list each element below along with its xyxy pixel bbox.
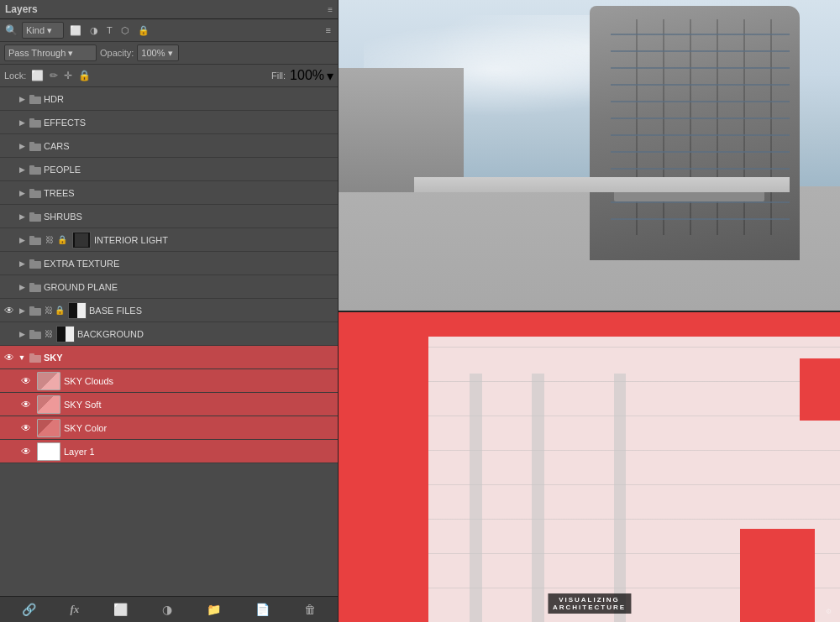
svg-rect-3 bbox=[29, 118, 34, 121]
chain-icon-base: ⛓ bbox=[45, 306, 53, 315]
chain-icon-bg: ⛓ bbox=[45, 329, 53, 338]
chain-icon-interior: ⛓ bbox=[45, 235, 54, 244]
arrow-shrubs[interactable]: ▶ bbox=[17, 212, 27, 222]
building-left bbox=[339, 68, 464, 192]
svg-rect-7 bbox=[29, 165, 34, 168]
svg-rect-8 bbox=[29, 191, 41, 198]
fill-label: Fill: bbox=[271, 71, 286, 81]
layer-interior-light[interactable]: ▶ ⛓ 🔒 INTERIOR LIGHT bbox=[0, 228, 338, 252]
folder-icon-ground-plane bbox=[29, 282, 41, 292]
new-group-button[interactable]: 📁 bbox=[202, 601, 225, 618]
add-mask-button[interactable]: ⬜ bbox=[109, 601, 132, 618]
visibility-hdr[interactable] bbox=[2, 91, 17, 107]
layer-layer1[interactable]: 👁 Layer 1 bbox=[0, 440, 338, 463]
right-panel: VISUALIZING ARCHITECTURE ⚙ bbox=[339, 0, 840, 622]
layer-name-sky-soft: SKY Soft bbox=[64, 400, 336, 410]
panel-header: Layers ≡ bbox=[0, 0, 338, 19]
visibility-background[interactable] bbox=[2, 327, 17, 342]
layer-effects-button[interactable]: fx bbox=[66, 601, 84, 618]
adjustment-filter-icon[interactable]: ◑ bbox=[87, 24, 101, 37]
layer-sky-soft[interactable]: 👁 SKY Soft bbox=[0, 393, 338, 416]
visibility-trees[interactable] bbox=[2, 186, 17, 201]
lock-pixels-icon[interactable]: ⬜ bbox=[30, 69, 45, 82]
thumb-sky-soft bbox=[37, 395, 60, 414]
visibility-sky-clouds[interactable]: 👁 bbox=[18, 374, 34, 389]
svg-rect-13 bbox=[29, 236, 34, 238]
building-scene bbox=[339, 0, 840, 311]
panel-menu-icon[interactable]: ≡ bbox=[328, 5, 333, 14]
building-windows bbox=[611, 19, 790, 236]
top-image bbox=[339, 0, 840, 311]
layer-people[interactable]: ▶ PEOPLE bbox=[0, 158, 338, 181]
svg-rect-6 bbox=[29, 167, 41, 175]
arrow-interior-light[interactable]: ▶ bbox=[17, 235, 27, 245]
visibility-extra-texture[interactable] bbox=[2, 256, 17, 271]
arrow-cars[interactable]: ▶ bbox=[17, 141, 27, 151]
svg-rect-16 bbox=[29, 285, 41, 292]
opacity-input[interactable]: 100% ▾ bbox=[137, 44, 179, 61]
column-1 bbox=[470, 374, 482, 622]
visibility-shrubs[interactable] bbox=[2, 209, 17, 224]
arrow-effects[interactable]: ▶ bbox=[17, 118, 27, 128]
folder-icon-background bbox=[29, 329, 41, 339]
kind-toolbar: 🔍 Kind ▾ ⬜ ◑ T ⬡ 🔒 ≡ bbox=[0, 19, 338, 42]
arrow-background[interactable]: ▶ bbox=[17, 329, 27, 339]
filter-kind-icon: 🔍 bbox=[4, 24, 18, 37]
adjustment-layer-button[interactable]: ◑ bbox=[158, 601, 176, 618]
layer-options-icon[interactable]: ≡ bbox=[323, 24, 333, 36]
column-2 bbox=[532, 374, 544, 622]
arrow-extra-texture[interactable]: ▶ bbox=[17, 259, 27, 269]
visibility-layer1[interactable]: 👁 bbox=[18, 444, 34, 459]
visibility-sky-color[interactable]: 👁 bbox=[18, 421, 34, 436]
layer-hdr[interactable]: ▶ HDR bbox=[0, 87, 338, 111]
layers-list: ▶ HDR ▶ EFFECTS ▶ CARS ▶ PEOPLE bbox=[0, 87, 338, 596]
layer-effects[interactable]: ▶ EFFECTS bbox=[0, 111, 338, 134]
visibility-people[interactable] bbox=[2, 162, 17, 177]
blend-mode-select[interactable]: Pass Through ▾ bbox=[4, 44, 97, 61]
link-layers-button[interactable]: 🔗 bbox=[18, 601, 40, 618]
delete-layer-button[interactable]: 🗑 bbox=[300, 601, 320, 618]
layer-sky[interactable]: 👁 ▼ SKY bbox=[0, 346, 338, 369]
svg-rect-18 bbox=[29, 308, 41, 316]
visibility-cars[interactable] bbox=[2, 139, 17, 154]
new-layer-button[interactable]: 📄 bbox=[251, 601, 274, 618]
folder-icon-cars bbox=[29, 141, 41, 151]
fill-input[interactable]: 100% ▾ bbox=[290, 67, 333, 84]
smart-filter-icon[interactable]: 🔒 bbox=[135, 24, 152, 37]
svg-rect-5 bbox=[29, 142, 34, 144]
visibility-base-files[interactable]: 👁 bbox=[2, 303, 17, 318]
folder-icon-people bbox=[29, 165, 41, 175]
arrow-sky[interactable]: ▼ bbox=[17, 353, 27, 363]
visibility-effects[interactable] bbox=[2, 115, 17, 130]
visibility-interior-light[interactable] bbox=[2, 233, 17, 248]
layer-shrubs[interactable]: ▶ SHRUBS bbox=[0, 205, 338, 228]
layer-ground-plane[interactable]: ▶ GROUND PLANE bbox=[0, 275, 338, 299]
svg-rect-23 bbox=[29, 353, 34, 356]
lock-position-icon[interactable]: ✏ bbox=[49, 69, 59, 82]
lock-all-icon[interactable]: 🔒 bbox=[77, 69, 92, 82]
text-filter-icon[interactable]: T bbox=[104, 24, 115, 36]
visibility-ground-plane[interactable] bbox=[2, 280, 17, 295]
shape-filter-icon[interactable]: ⬡ bbox=[118, 24, 132, 37]
thumb-interior-light bbox=[72, 232, 91, 248]
layer-trees[interactable]: ▶ TREES bbox=[0, 181, 338, 205]
visibility-sky-soft[interactable]: 👁 bbox=[18, 397, 34, 412]
pixel-filter-icon[interactable]: ⬜ bbox=[67, 24, 84, 37]
lock-move-icon[interactable]: ✛ bbox=[63, 69, 73, 82]
layer-name-people: PEOPLE bbox=[44, 165, 336, 175]
arrow-trees[interactable]: ▶ bbox=[17, 188, 27, 198]
arrow-people[interactable]: ▶ bbox=[17, 165, 27, 175]
arrow-hdr[interactable]: ▶ bbox=[17, 94, 27, 104]
layer-sky-color[interactable]: 👁 SKY Color bbox=[0, 416, 338, 440]
layer-cars[interactable]: ▶ CARS bbox=[0, 134, 338, 158]
layer-extra-texture[interactable]: ▶ EXTRA TEXTURE bbox=[0, 252, 338, 275]
visibility-sky[interactable]: 👁 bbox=[2, 350, 17, 365]
layer-base-files[interactable]: 👁 ▶ ⛓ 🔒 BASE FILES bbox=[0, 299, 338, 322]
arrow-ground-plane[interactable]: ▶ bbox=[17, 282, 27, 292]
lock-icon-interior: 🔒 bbox=[57, 235, 67, 244]
layer-sky-clouds[interactable]: 👁 SKY Clouds bbox=[0, 369, 338, 393]
layer-name-sky-clouds: SKY Clouds bbox=[64, 376, 336, 386]
kind-select[interactable]: Kind ▾ bbox=[22, 22, 64, 39]
arrow-base-files[interactable]: ▶ bbox=[17, 306, 27, 316]
layer-background[interactable]: ▶ ⛓ BACKGROUND bbox=[0, 322, 338, 346]
